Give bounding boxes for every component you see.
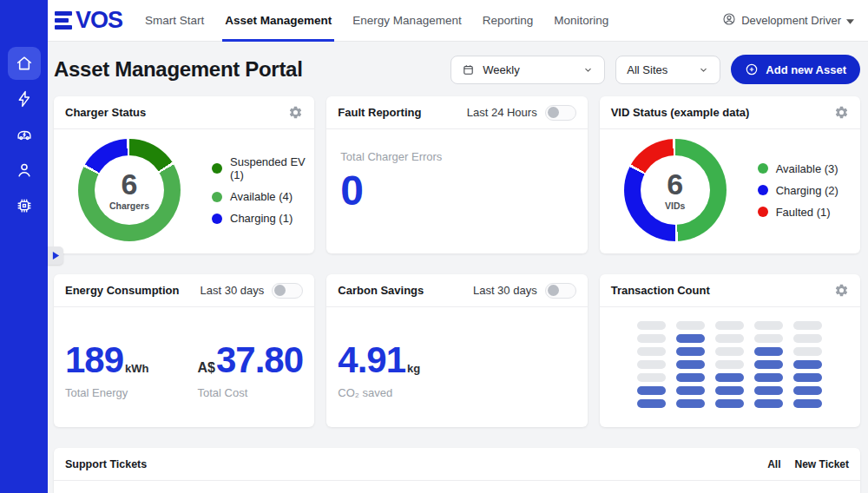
nav-energy-management[interactable]: Energy Management — [352, 0, 461, 42]
gear-icon[interactable] — [834, 283, 849, 298]
sidebar-item-ev-car-icon[interactable] — [8, 118, 41, 151]
bar-segment — [793, 347, 822, 356]
bar-segment — [676, 321, 705, 330]
bar-column — [637, 321, 666, 408]
evos-logo-text: VOS — [76, 9, 122, 32]
vid-status-card: VID Status (example data) 6 VIDs Availab… — [600, 96, 860, 253]
co2-saved-stat: 4.91 kg CO₂ saved — [338, 342, 420, 399]
total-cost-value: 37.80 — [216, 342, 303, 378]
bar-segment — [676, 347, 705, 356]
bar-segment — [754, 334, 783, 343]
bar-segment — [637, 360, 666, 369]
sidebar-item-home-icon[interactable] — [8, 47, 41, 80]
bar-segment — [793, 373, 822, 382]
energy-period-toggle[interactable] — [272, 283, 303, 299]
bar-segment — [637, 399, 666, 408]
nav-smart-start[interactable]: Smart Start — [145, 0, 204, 42]
legend-item: Faulted (1) — [758, 206, 838, 219]
legend-dot — [212, 192, 222, 202]
bar-segment — [676, 399, 705, 408]
bar-column — [754, 321, 783, 408]
site-select-value: All Sites — [627, 63, 690, 76]
gear-icon[interactable] — [288, 105, 303, 120]
vid-status-legend: Available (3) Charging (2) Faulted (1) — [758, 162, 838, 219]
chevron-down-icon — [698, 64, 709, 76]
vid-count: 6 — [667, 169, 683, 199]
bar-segment — [637, 386, 666, 395]
bar-segment — [715, 347, 744, 356]
sidebar-expand-handle[interactable] — [48, 246, 63, 265]
play-icon — [52, 248, 60, 264]
bar-segment — [715, 360, 744, 369]
legend-dot — [758, 163, 768, 174]
charger-count-label: Chargers — [109, 200, 149, 211]
bar-column — [715, 321, 744, 408]
evos-logo-e-icon — [55, 11, 72, 30]
total-cost-currency: A$ — [198, 360, 215, 376]
charger-status-card: Charger Status 6 Chargers Suspended EV (… — [54, 96, 314, 253]
nav-reporting[interactable]: Reporting — [483, 0, 534, 42]
total-cost-caption: Total Cost — [198, 386, 304, 399]
charger-status-legend: Suspended EV (1) Available (4) Charging … — [212, 155, 314, 225]
charger-status-title: Charger Status — [65, 106, 146, 119]
bar-segment — [793, 386, 822, 395]
bar-segment — [793, 334, 822, 343]
support-tickets-title: Support Tickets — [65, 458, 147, 470]
legend-item: Charging (1) — [212, 212, 314, 225]
legend-dot — [758, 207, 768, 217]
sidebar-item-chip-icon[interactable] — [8, 189, 41, 222]
bar-segment — [715, 399, 744, 408]
header-controls: Weekly All Sites Add new Asset — [450, 55, 860, 84]
energy-period-label: Last 30 days — [201, 284, 265, 297]
bar-segment — [754, 321, 783, 330]
sidebar — [0, 0, 48, 493]
total-charger-errors-label: Total Charger Errors — [340, 150, 573, 163]
period-select[interactable]: Weekly — [450, 56, 605, 84]
nav-asset-management[interactable]: Asset Management — [225, 0, 332, 42]
support-all-link[interactable]: All — [767, 458, 780, 470]
carbon-period-toggle[interactable] — [545, 283, 576, 299]
co2-saved-unit: kg — [407, 362, 420, 375]
sidebar-item-bolt-icon[interactable] — [8, 82, 41, 115]
bar-segment — [793, 360, 822, 369]
user-menu[interactable]: Development Driver — [722, 12, 854, 29]
fault-reporting-card: Fault Reporting Last 24 Hours Total Char… — [326, 96, 587, 253]
total-energy-caption: Total Energy — [65, 386, 149, 399]
user-circle-icon — [722, 12, 736, 29]
bar-segment — [637, 347, 666, 356]
vid-status-donut-chart: 6 VIDs — [624, 139, 727, 241]
bar-segment — [754, 347, 783, 356]
card-grid: Charger Status 6 Chargers Suspended EV (… — [54, 96, 860, 493]
bar-segment — [715, 373, 744, 382]
add-new-asset-label: Add new Asset — [766, 63, 846, 76]
bar-segment — [754, 373, 783, 382]
bar-column — [793, 321, 822, 408]
site-select[interactable]: All Sites — [615, 56, 720, 84]
legend-dot — [212, 163, 222, 174]
bar-segment — [637, 373, 666, 382]
transaction-count-card: Transaction Count — [600, 274, 860, 427]
add-new-asset-button[interactable]: Add new Asset — [731, 55, 860, 84]
sidebar-item-user-icon[interactable] — [8, 154, 41, 187]
bar-segment — [754, 399, 783, 408]
bar-segment — [676, 360, 705, 369]
new-ticket-link[interactable]: New Ticket — [795, 458, 849, 470]
nav-monitoring[interactable]: Monitoring — [554, 0, 608, 42]
gear-icon[interactable] — [834, 105, 849, 120]
evos-logo[interactable]: VOS — [55, 9, 122, 32]
bar-segment — [637, 321, 666, 330]
total-energy-value: 189 — [65, 342, 123, 378]
total-cost-stat: A$ 37.80 Total Cost — [198, 342, 304, 399]
bar-segment — [793, 321, 822, 330]
support-tickets-card: Support Tickets All New Ticket — [54, 448, 860, 493]
fault-period-toggle[interactable] — [545, 105, 576, 121]
vid-count-label: VIDs — [665, 200, 685, 211]
carbon-savings-title: Carbon Savings — [338, 284, 424, 297]
calendar-icon — [462, 63, 475, 76]
bar-segment — [754, 360, 783, 369]
fault-period-label: Last 24 Hours — [467, 106, 537, 119]
charger-count: 6 — [122, 169, 138, 199]
chevron-down-icon — [582, 64, 594, 76]
bar-segment — [676, 334, 705, 343]
bar-segment — [715, 321, 744, 330]
